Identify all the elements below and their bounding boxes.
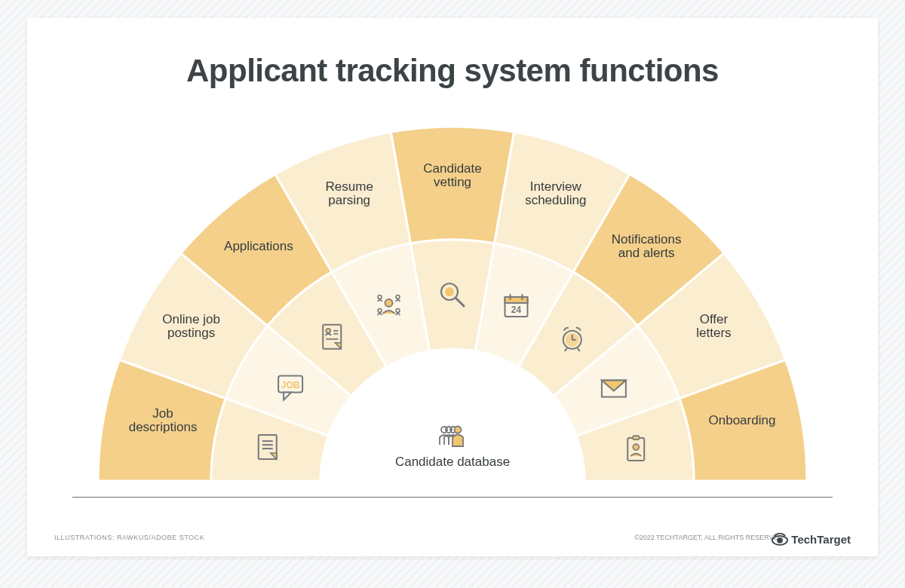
segment-label-5: Interviewscheduling — [525, 179, 586, 207]
svg-point-20 — [445, 287, 454, 296]
segment-label-2: Applications — [224, 239, 293, 253]
svg-rect-23 — [505, 297, 527, 303]
diagram-card: Applicant tracking system functions Jobd… — [27, 18, 878, 556]
svg-rect-36 — [633, 436, 639, 439]
radial-diagram: JobdescriptionsOnline jobpostingsJOBAppl… — [75, 104, 830, 496]
copyright-text: ©2022 TECHTARGET, ALL RIGHTS RESERVED — [634, 534, 783, 541]
segment-label-7: Offerletters — [696, 312, 731, 340]
brand-name: TechTarget — [791, 533, 851, 546]
diagram-title: Applicant tracking system functions — [27, 53, 878, 89]
brand-eye-icon — [772, 531, 788, 547]
svg-point-10 — [326, 329, 330, 333]
svg-point-41 — [455, 427, 462, 433]
illustration-credit: ILLUSTRATIONS: RAWKUS/ADOBE STOCK — [54, 534, 204, 541]
segment-label-1: Online jobpostings — [162, 312, 220, 340]
center-label: Candidate database — [395, 455, 510, 469]
svg-point-14 — [385, 299, 393, 307]
svg-text:24: 24 — [511, 305, 522, 315]
svg-point-37 — [633, 444, 639, 450]
brand-logo: TechTarget — [772, 531, 851, 547]
svg-text:JOB: JOB — [281, 380, 300, 390]
segment-label-8: Onboarding — [709, 413, 776, 427]
svg-rect-42 — [75, 482, 830, 496]
segment-label-6: Notificationsand alerts — [612, 232, 682, 260]
baseline-rule — [72, 497, 833, 498]
segment-label-3: Resumeparsing — [326, 179, 373, 207]
svg-point-44 — [778, 537, 784, 544]
